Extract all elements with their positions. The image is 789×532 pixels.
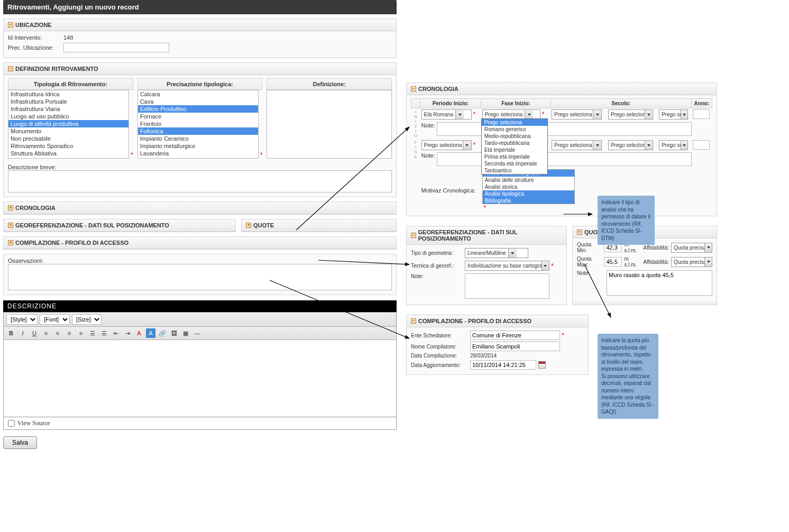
aff-max-select[interactable]: Quota precisa (671, 257, 712, 267)
anno-fine-input[interactable] (693, 140, 710, 150)
dropdown-option[interactable]: Prego seleziona (482, 119, 547, 126)
ordered-list-icon[interactable]: ☰ (88, 328, 97, 338)
nome-input[interactable] (470, 342, 560, 351)
dropdown-option[interactable]: Tardo-repubblicana (482, 140, 547, 146)
secolo2-select[interactable]: Prego selezion (608, 109, 653, 120)
tipologia-listbox[interactable]: Infrastruttura IdricaInfrastruttura Port… (8, 90, 129, 159)
text-color-icon[interactable]: A (134, 328, 144, 338)
georef-panel-collapsed[interactable]: + GEOREFERENZIAZIONE - DATI SUL POSIZION… (3, 219, 236, 232)
list-item[interactable]: Infrastruttura Portuale (8, 98, 129, 105)
align-right-icon[interactable]: ≡ (65, 328, 74, 338)
list-item[interactable]: Non precisabile (8, 135, 129, 142)
list-item[interactable]: Luogo di attività produttiva (8, 120, 129, 127)
list-item[interactable]: Struttura Abitativa (8, 150, 129, 157)
cronologia-panel-collapsed[interactable]: + CRONOLOGIA (3, 201, 397, 215)
list-item[interactable]: Infrastruttura Idrica (8, 90, 129, 98)
quota-max-input[interactable] (604, 257, 622, 267)
table-icon[interactable]: ▦ (181, 328, 190, 338)
periodo-fine-select[interactable]: Prego seleziona (421, 140, 472, 150)
link-icon[interactable]: 🔗 (158, 328, 167, 338)
list-item[interactable]: Cava (138, 98, 258, 105)
ubicazione-header[interactable]: − UBICAZIONE (4, 19, 396, 31)
align-left-icon[interactable]: ≡ (41, 328, 51, 338)
precisazione-listbox[interactable]: CalcaraCavaEdificio ProduttivoFornaceFra… (137, 90, 259, 159)
expand-icon[interactable]: + (246, 223, 251, 228)
anno-inizio-input[interactable] (693, 109, 710, 119)
collapse-icon[interactable]: − (411, 86, 416, 91)
aff-min-select[interactable]: Quota precisa (671, 243, 712, 253)
size-select[interactable]: [Size] (72, 314, 102, 325)
secolo3-fine-select[interactable]: Prego se (659, 140, 688, 150)
tecnica-georef-select[interactable]: Individuazione su base cartografic (465, 261, 549, 271)
align-justify-icon[interactable]: ≡ (76, 328, 86, 338)
bg-color-icon[interactable]: A (146, 328, 155, 338)
list-item[interactable]: Lavanderia (138, 150, 258, 157)
dropdown-option[interactable]: Tardoantico (482, 167, 547, 174)
calendar-icon[interactable] (538, 361, 546, 369)
definizione-textarea[interactable] (267, 90, 392, 159)
image-icon[interactable]: 🖼 (169, 328, 179, 338)
list-item[interactable]: Analisi tipologica (483, 190, 574, 197)
list-item[interactable]: Fullonica (138, 127, 258, 135)
collapse-icon[interactable]: − (411, 233, 416, 238)
expand-icon[interactable]: + (8, 205, 13, 210)
quote-panel-collapsed[interactable]: + QUOTE (241, 219, 397, 232)
bold-icon[interactable]: B (6, 328, 16, 338)
list-item[interactable]: Monumento (8, 127, 129, 135)
view-source-checkbox[interactable] (8, 420, 15, 427)
compilazione-panel-collapsed[interactable]: + COMPILAZIONE - PROFILO DI ACCESSO (3, 236, 397, 250)
desc-breve-textarea[interactable] (8, 170, 392, 192)
tipo-geometria-select[interactable]: Lineare/Multiline (465, 248, 528, 258)
outdent-icon[interactable]: ⇤ (111, 328, 121, 338)
fase-inizio-dropdown[interactable]: Prego selezionaRomano genericoMedio-repu… (481, 118, 548, 175)
list-item[interactable]: Impianto Ceramico (138, 135, 258, 142)
collapse-icon[interactable]: − (8, 66, 13, 71)
list-item[interactable]: Analisi delle strutture (483, 177, 574, 184)
list-item[interactable]: Impianto metallurgico (138, 142, 258, 150)
collapse-icon[interactable]: − (8, 22, 13, 27)
dropdown-option[interactable]: Seconda età imperiale (482, 160, 547, 167)
periodo-inizio-select[interactable]: Età Romana (421, 109, 472, 120)
list-item[interactable]: Infrastruttura Viaria (8, 105, 129, 113)
definizioni-header[interactable]: − DEFINIZIONI RITROVAMENTO (4, 63, 396, 75)
georef-note-textarea[interactable] (465, 273, 549, 299)
list-item[interactable]: Frantoio (138, 120, 258, 127)
expand-icon[interactable]: + (8, 223, 13, 228)
dropdown-option[interactable]: Età imperiale (482, 146, 547, 153)
collapse-icon[interactable]: − (577, 230, 582, 235)
editor-content[interactable] (4, 340, 396, 417)
secolo1-fine-select[interactable]: Prego seleziona (552, 140, 602, 150)
prec-ubicazione-label: Prec. Ubicazione: (8, 44, 63, 51)
unordered-list-icon[interactable]: ☰ (99, 328, 109, 338)
prec-ubicazione-input[interactable] (63, 43, 169, 52)
list-item[interactable]: Ritrovamento Sporadico (8, 142, 129, 150)
secolo2-fine-select[interactable]: Prego selezion (608, 140, 653, 150)
list-item[interactable]: Calcara (138, 90, 258, 98)
ente-input[interactable] (470, 331, 560, 340)
osservazioni-textarea[interactable] (8, 264, 392, 290)
list-item[interactable]: Analisi storica (483, 184, 574, 190)
list-item[interactable]: Edificio Produttivo (138, 105, 258, 113)
dropdown-option[interactable]: Romano generico (482, 126, 547, 133)
save-button[interactable]: Salva (3, 436, 37, 449)
collapse-icon[interactable]: − (411, 318, 416, 324)
hr-icon[interactable]: — (192, 328, 202, 338)
indent-icon[interactable]: ⇥ (123, 328, 132, 338)
expand-icon[interactable]: + (8, 240, 13, 245)
style-select[interactable]: [Style] (6, 314, 38, 325)
align-center-icon[interactable]: ≡ (53, 328, 62, 338)
note-fine-textarea[interactable] (437, 152, 692, 166)
dropdown-option[interactable]: Medio-repubblicana (482, 133, 547, 140)
italic-icon[interactable]: I (18, 328, 27, 338)
list-item[interactable]: Fornace (138, 113, 258, 120)
secolo1-select[interactable]: Prego seleziona (552, 109, 602, 120)
font-select[interactable]: [Font] (40, 314, 70, 325)
data-agg-input[interactable] (470, 360, 536, 370)
quote-note-textarea[interactable]: Muro rasato a quota 45,5 (607, 270, 712, 296)
list-item[interactable]: Bibliografia (483, 197, 574, 204)
underline-icon[interactable]: U (30, 328, 39, 338)
secolo3-select[interactable]: Prego se (659, 109, 688, 120)
list-item[interactable]: Luogo ad uso pubblico (8, 113, 129, 120)
note-inizio-textarea[interactable] (437, 122, 692, 136)
dropdown-option[interactable]: Prima età imperiale (482, 153, 547, 160)
